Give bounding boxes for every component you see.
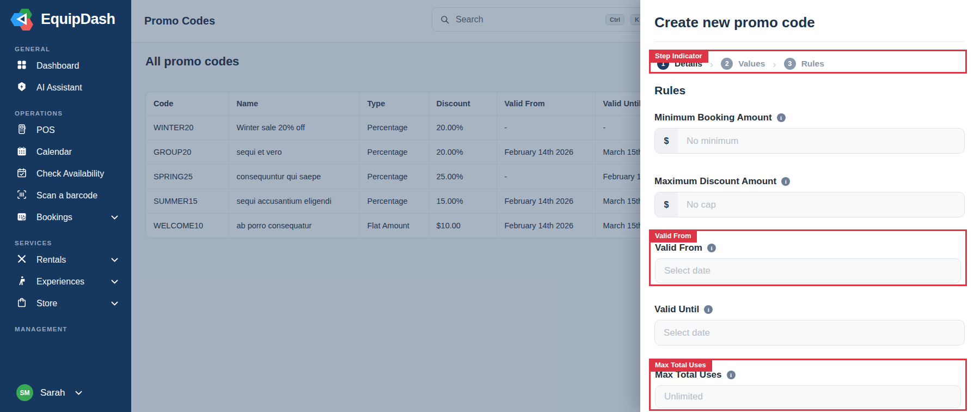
info-icon[interactable]: i <box>704 305 713 314</box>
sidebar-item-ai-assistant[interactable]: AI Assistant <box>0 77 131 99</box>
sidebar-item-calendar[interactable]: Calendar <box>0 141 131 163</box>
cell-valid-from: February 14th 2026 <box>497 140 595 164</box>
chevron-right-icon: › <box>710 59 713 69</box>
info-icon[interactable]: i <box>727 371 736 379</box>
search-icon <box>440 15 450 25</box>
experiences-icon <box>16 275 27 288</box>
sidebar-item-experiences[interactable]: Experiences <box>0 271 131 293</box>
sidebar-item-label: POS <box>36 125 55 135</box>
valid-from-field-group: Valid From Valid From i <box>649 229 967 286</box>
step-3-label[interactable]: Rules <box>801 59 824 69</box>
sidebar: EquipDash GENERAL Dashboard AI Assistant… <box>0 0 131 412</box>
valid-until-date-input[interactable] <box>655 320 964 345</box>
calendar-check-icon <box>16 167 27 180</box>
cell-type: Percentage <box>359 164 428 189</box>
bookings-calendar-icon <box>16 211 27 224</box>
field-label-text: Valid Until <box>654 304 699 316</box>
annotation-tag-valid-from: Valid From <box>649 229 697 243</box>
field-label-text: Valid From <box>655 242 702 254</box>
column-header-valid-from[interactable]: Valid From <box>497 92 595 115</box>
cell-type: Percentage <box>359 189 428 213</box>
sidebar-nav: GENERAL Dashboard AI Assistant OPERATION… <box>0 34 131 384</box>
cell-name: consequuntur qui saepe <box>229 164 359 189</box>
sidebar-item-label: Bookings <box>36 213 72 222</box>
min-booking-input[interactable] <box>678 129 964 153</box>
rules-section-heading: Rules <box>654 83 965 98</box>
column-header-name[interactable]: Name <box>229 92 359 115</box>
sidebar-item-label: Calendar <box>36 147 72 157</box>
cell-valid-from: February 14th 2026 <box>497 213 595 238</box>
max-total-uses-field-group: Max Total Uses Max Total Uses i <box>649 359 967 411</box>
cell-valid-from: - <box>497 164 595 189</box>
chevron-right-icon: › <box>773 59 776 69</box>
sidebar-item-pos[interactable]: POS <box>0 119 131 141</box>
step-2-circle[interactable]: 2 <box>721 58 733 70</box>
barcode-scan-icon <box>16 189 27 202</box>
max-discount-input[interactable] <box>678 192 964 217</box>
shortcut-key-ctrl: Ctrl <box>605 14 624 25</box>
cell-code: SUMMER15 <box>146 189 229 213</box>
sidebar-item-label: Store <box>36 299 57 308</box>
chevron-down-icon <box>111 301 118 306</box>
chevron-down-icon <box>75 391 82 395</box>
step-2-label[interactable]: Values <box>738 59 765 69</box>
currency-prefix: $ <box>655 129 678 153</box>
section-label-general: GENERAL <box>15 46 131 52</box>
page-title: Promo Codes <box>144 15 215 27</box>
field-label-text: Minimum Booking Amount <box>654 112 772 124</box>
valid-from-date-input[interactable] <box>656 259 960 283</box>
cell-type: Percentage <box>359 115 428 140</box>
info-icon[interactable]: i <box>707 244 716 252</box>
annotation-tag-max-total-uses: Max Total Uses <box>649 359 712 372</box>
sidebar-item-bookings[interactable]: Bookings <box>0 207 131 228</box>
valid-until-label: Valid Until i <box>654 304 965 316</box>
cell-code: GROUP20 <box>146 140 229 164</box>
info-icon[interactable]: i <box>777 113 786 122</box>
drawer-title: Create new promo code <box>654 13 965 32</box>
section-label-management: MANAGEMENT <box>15 326 131 332</box>
max-discount-input-group: $ <box>654 192 965 217</box>
rentals-icon <box>16 253 27 266</box>
cell-discount: 20.00% <box>428 140 497 164</box>
grid-icon <box>16 59 27 72</box>
pos-terminal-icon <box>16 124 27 137</box>
user-menu[interactable]: SM Sarah <box>0 384 131 412</box>
create-promo-drawer: Create new promo code Step Indicator 1 D… <box>640 0 980 412</box>
max-total-uses-input[interactable] <box>656 386 960 408</box>
cell-code: WINTER20 <box>146 115 229 140</box>
column-header-code[interactable]: Code <box>146 92 229 115</box>
sidebar-item-scan-barcode[interactable]: Scan a barcode <box>0 185 131 207</box>
brand-name: EquipDash <box>41 11 115 28</box>
chevron-down-icon <box>111 215 118 220</box>
sidebar-item-rentals[interactable]: Rentals <box>0 249 131 271</box>
search-bar[interactable]: Ctrl K <box>432 7 650 32</box>
sidebar-item-check-availability[interactable]: Check Availability <box>0 163 131 185</box>
ai-assistant-icon <box>16 81 27 94</box>
cell-code: SPRING25 <box>146 164 229 189</box>
sidebar-item-label: Dashboard <box>36 61 79 71</box>
divider <box>654 41 965 42</box>
max-discount-label: Maximum Discount Amount i <box>654 175 965 187</box>
calendar-icon <box>16 146 27 159</box>
max-total-uses-input-group <box>655 385 961 408</box>
column-header-type[interactable]: Type <box>359 92 428 115</box>
sidebar-item-label: Scan a barcode <box>36 191 97 201</box>
brand-logo[interactable]: EquipDash <box>0 0 131 34</box>
sidebar-item-store[interactable]: Store <box>0 293 131 314</box>
cell-discount: 20.00% <box>428 115 497 140</box>
info-icon[interactable]: i <box>781 177 790 186</box>
field-label-text: Maximum Discount Amount <box>654 175 776 187</box>
currency-prefix: $ <box>655 192 678 217</box>
section-label-services: SERVICES <box>15 240 131 246</box>
cell-discount: 15.00% <box>428 189 497 213</box>
sidebar-item-dashboard[interactable]: Dashboard <box>0 55 131 77</box>
cell-valid-from: - <box>497 115 595 140</box>
search-input[interactable] <box>456 15 599 25</box>
sidebar-item-label: Check Availability <box>36 169 104 179</box>
cell-name: Winter sale 20% off <box>229 115 359 140</box>
cell-name: sequi et vero <box>229 140 359 164</box>
cell-discount: $10.00 <box>428 213 497 238</box>
step-3-circle[interactable]: 3 <box>784 58 796 70</box>
avatar: SM <box>16 384 33 401</box>
column-header-discount[interactable]: Discount <box>428 92 497 115</box>
